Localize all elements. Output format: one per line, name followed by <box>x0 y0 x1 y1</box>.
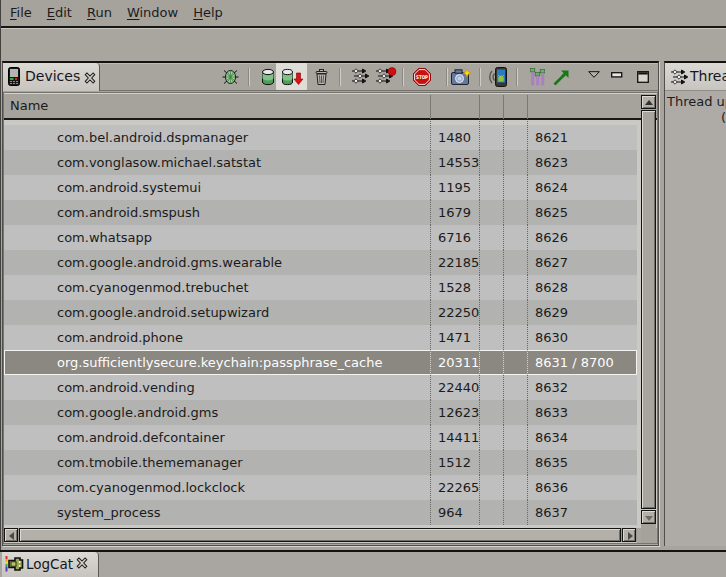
opengl-trace-icon[interactable] <box>553 68 570 86</box>
grid-line <box>503 375 504 400</box>
table-row[interactable]: com.cyanogenmod.trebuchet15288628 <box>4 275 637 300</box>
menu-edit[interactable]: Edit <box>47 0 72 26</box>
cell-debug-port: 8626 <box>535 225 568 250</box>
close-icon[interactable] <box>76 557 88 569</box>
column-divider[interactable] <box>527 95 528 119</box>
table-row[interactable]: com.google.android.setupwizard222508629 <box>4 300 637 325</box>
grid-line <box>527 125 528 150</box>
table-row[interactable]: com.cyanogenmod.lockclock222658636 <box>4 475 637 500</box>
table-header[interactable]: Name <box>4 93 657 120</box>
table-row[interactable]: com.android.systemui11958624 <box>4 175 637 200</box>
grid-line <box>503 225 504 250</box>
vertical-scrollbar-track[interactable] <box>641 524 656 543</box>
table-row[interactable]: com.vonglasow.michael.satstat145538623 <box>4 150 637 175</box>
table-row[interactable]: com.android.phone14718630 <box>4 325 637 350</box>
cell-pid: 12623 <box>438 400 479 425</box>
scroll-left-button[interactable] <box>4 528 18 542</box>
table-row-selected[interactable]: org.sufficientlysecure.keychain:passphra… <box>4 350 637 375</box>
table-row[interactable]: com.android.smspush16798625 <box>4 200 637 225</box>
menu-run[interactable]: Run <box>87 0 112 26</box>
view-menu-icon[interactable] <box>588 71 601 79</box>
table-row[interactable]: com.android.defcontainer144118634 <box>4 425 637 450</box>
menu-help[interactable]: Help <box>193 0 223 26</box>
table-row[interactable]: com.google.android.gms126238633 <box>4 400 637 425</box>
cell-client-name: com.vonglasow.michael.satstat <box>57 150 261 175</box>
tab-devices[interactable]: Devices <box>3 63 100 91</box>
cell-client-name: com.android.defcontainer <box>57 425 225 450</box>
column-divider[interactable] <box>503 95 504 119</box>
threads-icon <box>670 69 689 86</box>
devices-tabstrip-highlight <box>3 63 658 64</box>
table-row[interactable]: com.bel.android.dspmanager14808621 <box>4 125 637 150</box>
cell-client-name: com.cyanogenmod.lockclock <box>57 475 245 500</box>
scroll-down-button[interactable] <box>641 510 656 524</box>
screen-capture-icon[interactable] <box>451 69 473 86</box>
grid-line <box>479 250 480 275</box>
cell-pid: 1471 <box>438 325 471 350</box>
device-screen-icon[interactable] <box>489 67 507 87</box>
svg-text:STOP: STOP <box>416 74 428 80</box>
cell-pid: 22440 <box>438 375 479 400</box>
up-arrow-icon <box>645 100 653 105</box>
grid-line <box>479 225 480 250</box>
grid-line <box>527 275 528 300</box>
grid-line <box>430 300 431 325</box>
dump-hprof-icon[interactable] <box>280 67 304 87</box>
cell-debug-port: 8635 <box>535 450 568 475</box>
grid-line <box>527 350 528 375</box>
menu-bar: FileEditRunWindowHelp <box>1 0 726 26</box>
table-row[interactable]: com.android.vending224408632 <box>4 375 637 400</box>
grid-line <box>479 475 480 500</box>
grid-line <box>503 425 504 450</box>
threads-tab-border <box>665 90 726 91</box>
table-row[interactable]: system_process9648637 <box>4 500 637 525</box>
grid-line <box>503 200 504 225</box>
main-toolbar <box>1 28 726 61</box>
update-threads-icon[interactable] <box>351 68 370 85</box>
cell-pid: 1480 <box>438 125 471 150</box>
method-profiling-icon[interactable] <box>530 68 545 86</box>
cell-debug-port: 8630 <box>535 325 568 350</box>
grid-line <box>527 225 528 250</box>
cell-pid: 1512 <box>438 450 471 475</box>
update-threads-enabled-icon[interactable] <box>375 67 397 85</box>
menu-file[interactable]: File <box>10 0 32 26</box>
cause-gc-icon[interactable] <box>313 67 330 86</box>
menu-window[interactable]: Window <box>127 0 178 26</box>
scroll-right-button[interactable] <box>622 528 636 542</box>
grid-line <box>479 500 480 525</box>
table-row[interactable]: com.whatsapp67168626 <box>4 225 637 250</box>
cell-debug-port: 8621 <box>535 125 568 150</box>
horizontal-scrollbar-thumb[interactable] <box>19 528 621 542</box>
column-header-name: Name <box>10 94 48 118</box>
eclipse-ddms-window: FileEditRunWindowHelp Devices <box>0 0 726 577</box>
grid-line <box>479 325 480 350</box>
grid-line <box>430 125 431 150</box>
table-row[interactable]: com.google.android.gms.wearable221858627 <box>4 250 637 275</box>
vertical-scrollbar-thumb[interactable] <box>641 110 656 509</box>
cell-pid: 1679 <box>438 200 471 225</box>
grid-line <box>430 500 431 525</box>
toolbar-separator <box>248 68 249 86</box>
grid-line <box>527 200 528 225</box>
toolbar-separator <box>516 68 517 86</box>
tab-logcat[interactable]: LogCat <box>2 552 99 577</box>
column-divider[interactable] <box>479 95 480 119</box>
tab-threads[interactable]: Threads <box>665 63 726 91</box>
grid-line <box>527 450 528 475</box>
update-heap-icon[interactable] <box>260 67 276 87</box>
minimize-icon[interactable] <box>611 72 623 79</box>
column-divider[interactable] <box>430 95 431 119</box>
cell-client-name: com.android.phone <box>57 325 183 350</box>
grid-line <box>503 125 504 150</box>
grid-line <box>479 150 480 175</box>
stop-process-icon[interactable]: STOP <box>413 68 432 87</box>
table-row[interactable]: com.tmobile.thememanager15128635 <box>4 450 637 475</box>
cell-client-name: com.android.smspush <box>57 200 200 225</box>
maximize-icon[interactable] <box>637 71 650 84</box>
debug-process-icon[interactable] <box>221 67 240 86</box>
close-icon[interactable] <box>84 72 96 84</box>
cell-debug-port: 8629 <box>535 300 568 325</box>
grid-line <box>479 450 480 475</box>
scroll-up-button[interactable] <box>641 95 656 109</box>
